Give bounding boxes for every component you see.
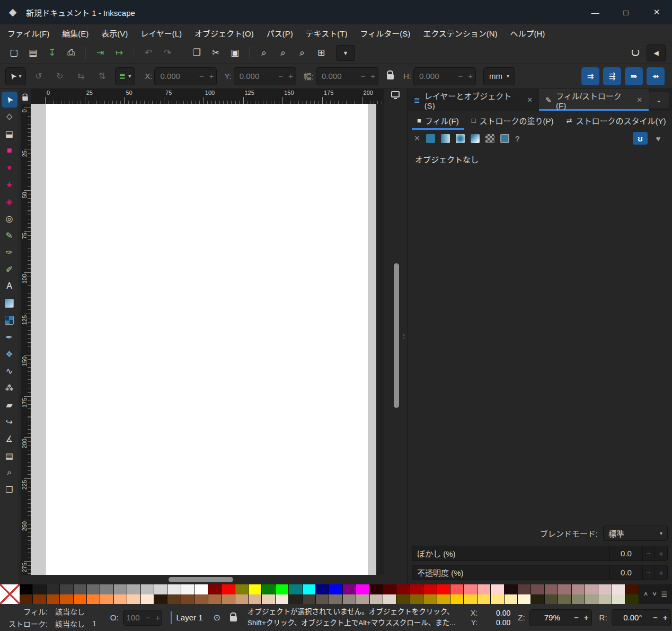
zoom-page-icon[interactable]: ⌕ <box>294 46 310 60</box>
open-document-icon[interactable]: ▤ <box>25 46 41 60</box>
flip-horizontal-icon[interactable]: ⇆ <box>74 69 89 84</box>
no-paint-button[interactable]: ✕ <box>414 134 420 143</box>
menu-item-3[interactable]: レイヤー(L) <box>140 28 182 39</box>
subtab-stroke-paint[interactable]: □ストロークの塗り(P) <box>466 111 559 130</box>
palette-swatch[interactable] <box>127 584 140 594</box>
palette-swatch[interactable] <box>194 594 208 605</box>
palette-swatch[interactable] <box>343 594 356 605</box>
palette-swatch[interactable] <box>370 584 383 594</box>
menu-item-7[interactable]: フィルター(S) <box>360 28 410 39</box>
palette-swatch[interactable] <box>289 594 302 605</box>
palette-swatch[interactable] <box>303 594 316 605</box>
swatch-button[interactable] <box>500 134 509 143</box>
mesh-gradient-tool[interactable] <box>2 312 17 328</box>
close-icon[interactable]: ✕ <box>527 96 533 104</box>
cut-icon[interactable]: ✂ <box>208 46 224 60</box>
palette-swatch[interactable] <box>370 594 383 605</box>
selector-tool[interactable]: ➤ <box>2 92 17 108</box>
zoom-value[interactable]: 79% <box>530 613 571 622</box>
zoom-minus-button[interactable]: − <box>571 613 581 622</box>
palette-swatch[interactable] <box>598 594 612 605</box>
width-minus-button[interactable]: − <box>358 72 368 81</box>
palette-swatch[interactable] <box>154 594 167 605</box>
scale-corners-toggle[interactable]: ⇶ <box>603 67 621 85</box>
tab-fill-stroke[interactable]: ✎フィル/ストローク(F)✕ <box>539 89 649 111</box>
current-layer-selector[interactable]: Layer 1 <box>176 613 203 622</box>
palette-swatch[interactable] <box>558 594 571 605</box>
palette-swatch[interactable] <box>396 594 410 605</box>
selection-mode-dropdown[interactable]: ➤ ▾ <box>5 67 26 85</box>
rotation-plus-button[interactable]: + <box>660 613 670 622</box>
palette-swatch[interactable] <box>127 594 140 605</box>
y-plus-button[interactable]: + <box>286 72 296 81</box>
x-field[interactable]: 0.000 − + <box>154 67 217 85</box>
palette-swatch[interactable] <box>437 594 450 605</box>
dock-splitter-handle[interactable]: ⁞ <box>401 89 407 584</box>
palette-swatch[interactable] <box>329 594 342 605</box>
brush-tool[interactable]: ✐ <box>2 261 17 277</box>
palette-swatch[interactable] <box>585 594 598 605</box>
lock-ratio-toggle[interactable] <box>387 70 394 82</box>
x-plus-button[interactable]: + <box>207 72 217 81</box>
box3d-tool[interactable]: ◈ <box>2 193 17 209</box>
height-plus-button[interactable]: + <box>465 72 475 81</box>
rotation-field[interactable]: 0.00° − + <box>612 609 671 626</box>
palette-swatch[interactable] <box>450 584 464 594</box>
layer-visibility-eye-icon[interactable]: ⊙ <box>214 612 220 623</box>
menu-item-4[interactable]: オブジェクト(O) <box>194 28 254 39</box>
y-minus-button[interactable]: − <box>276 72 286 81</box>
close-button[interactable]: ✕ <box>641 0 672 24</box>
palette-swatch[interactable] <box>114 584 127 594</box>
palette-swatch[interactable] <box>598 584 612 594</box>
palette-swatch[interactable] <box>356 594 369 605</box>
palette-swatch[interactable] <box>450 594 464 605</box>
object-opacity-field[interactable]: 100 − + <box>123 610 162 626</box>
palette-swatch[interactable] <box>545 594 558 605</box>
palette-scroll-up-button[interactable]: ˄ <box>644 590 648 598</box>
duplicate-icon[interactable]: ❐ <box>189 46 205 60</box>
height-field[interactable]: 0.000 − + <box>413 67 476 85</box>
rotation-value[interactable]: 0.00° <box>612 613 650 622</box>
palette-swatch[interactable] <box>100 584 113 594</box>
page-tool[interactable]: ▤ <box>2 448 17 464</box>
blur-slider[interactable]: ぼかし (%) <box>412 546 610 561</box>
palette-swatch[interactable] <box>464 594 477 605</box>
palette-swatch[interactable] <box>74 594 87 605</box>
palette-swatch[interactable] <box>505 594 518 605</box>
zoom-plus-button[interactable]: + <box>581 613 591 622</box>
scale-pattern-toggle[interactable]: ⇻ <box>647 67 665 85</box>
close-icon[interactable]: ✕ <box>636 96 642 104</box>
blur-value[interactable]: 0.0 <box>610 546 643 561</box>
palette-menu-button[interactable]: ☰ <box>661 590 668 598</box>
palette-swatch[interactable] <box>141 594 154 605</box>
palette-swatch[interactable] <box>249 594 262 605</box>
layer-lock-toggle[interactable] <box>230 612 237 623</box>
opacity-minus-button[interactable]: − <box>143 613 153 622</box>
connector-tool[interactable]: ↪ <box>2 414 17 430</box>
palette-swatch[interactable] <box>47 584 60 594</box>
palette-swatch[interactable] <box>572 594 585 605</box>
opacity-slider[interactable]: 不透明度 (%) <box>412 565 610 580</box>
palette-swatch[interactable] <box>316 584 329 594</box>
export-icon[interactable]: ↦ <box>111 46 127 60</box>
menu-item-1[interactable]: 編集(E) <box>62 28 89 39</box>
palette-swatch[interactable] <box>167 594 181 605</box>
opacity-plus-button[interactable]: + <box>655 565 667 580</box>
palette-swatch[interactable] <box>249 584 262 594</box>
star-tool[interactable]: ★ <box>2 176 17 192</box>
paint-bucket-tool[interactable]: ❖ <box>2 346 17 362</box>
pencil-tool[interactable]: ✎ <box>2 227 17 243</box>
height-minus-button[interactable]: − <box>455 72 465 81</box>
radial-gradient-button[interactable] <box>456 134 465 143</box>
palette-swatch[interactable] <box>478 594 491 605</box>
width-field[interactable]: 0.000 − + <box>316 67 378 85</box>
document-page[interactable] <box>45 104 368 575</box>
horizontal-scrollbar[interactable] <box>31 575 392 584</box>
tweak-tool[interactable]: ∿ <box>2 363 17 379</box>
ellipse-tool[interactable]: ● <box>2 159 17 175</box>
palette-swatch[interactable] <box>20 594 33 605</box>
width-field-value[interactable]: 0.000 <box>316 72 358 81</box>
paste-icon[interactable]: ▣ <box>227 46 243 60</box>
palette-swatch[interactable] <box>154 584 167 594</box>
blur-minus-button[interactable]: − <box>643 546 655 561</box>
